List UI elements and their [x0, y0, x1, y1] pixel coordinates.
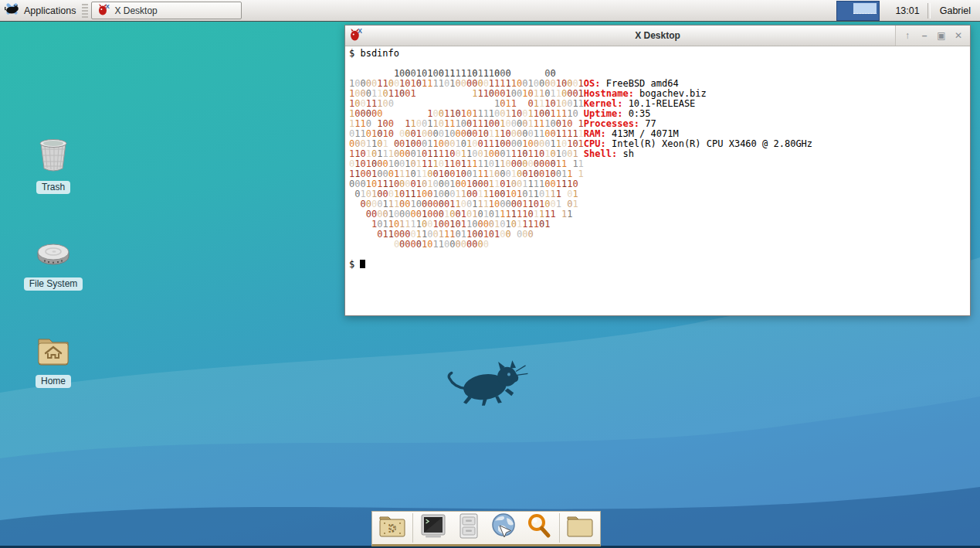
terminal-line: 00000101100000000 [349, 240, 966, 250]
sysinfo-value: bogachev.biz [634, 88, 707, 99]
sysinfo-label: OS: [584, 78, 601, 89]
sysinfo-value: 10.1-RELEASE [622, 98, 695, 109]
sysinfo-value: sh [617, 148, 634, 159]
desktop-icon-trash[interactable]: Trash [17, 135, 90, 194]
bsd-daemon-icon: X [97, 3, 110, 18]
search-launcher[interactable] [524, 512, 554, 543]
filesystem-drive-icon [33, 261, 73, 274]
desktop-icon-label: Home [36, 375, 71, 388]
dock-separator [559, 513, 560, 543]
desktop-folder-launcher[interactable]: D [377, 512, 408, 543]
desktop-icon-label: Trash [36, 181, 70, 194]
terminal-line: $ bsdinfo [349, 49, 966, 59]
terminal-cursor [360, 260, 365, 268]
window-titlebar[interactable]: X X Desktop ↑ – ▣ ✕ [345, 26, 970, 46]
terminal-window: X X Desktop ↑ – ▣ ✕ $ bsdinfo 1000101001… [344, 25, 971, 316]
file-cabinet-icon [456, 512, 482, 543]
sysinfo-label: Shell: [584, 148, 617, 159]
sysinfo-label: Processes: [584, 118, 639, 129]
desktop-icon-filesystem[interactable]: File System [17, 232, 90, 291]
terminal-line: $ [349, 260, 966, 270]
search-icon [525, 512, 553, 543]
sysinfo-label: Hostname: [584, 88, 634, 99]
desktop-icon-home[interactable]: Home [17, 329, 90, 388]
desktop-icon-label: File System [24, 277, 83, 291]
sysinfo-value: 0:35 [622, 108, 650, 119]
pager-window-preview [853, 3, 877, 14]
top-panel: Applications X X Desktop 13:01 Gabriel [0, 0, 980, 22]
workspace-pager[interactable] [836, 1, 880, 21]
sysinfo-value: FreeBSD amd64 [601, 78, 679, 89]
taskbar-window-button[interactable]: X X Desktop [91, 2, 242, 19]
web-browser-launcher[interactable] [488, 512, 519, 543]
sysinfo-label: RAM: [584, 128, 606, 139]
panel-tray: 13:01 Gabriel [836, 0, 980, 21]
desktop-folder-icon: D [378, 512, 407, 543]
dock-separator [412, 513, 413, 543]
terminal-launcher[interactable] [418, 512, 449, 543]
folder-launcher[interactable] [565, 512, 595, 543]
svg-text:X: X [106, 3, 110, 10]
terminal-line [349, 250, 966, 260]
folder-icon [565, 512, 595, 543]
sysinfo-value: 77 [639, 118, 656, 129]
trash-icon [33, 165, 73, 178]
applications-label: Applications [24, 5, 76, 16]
wallpaper-mouse-logo [446, 354, 535, 408]
sysinfo-label: Uptime: [584, 108, 623, 119]
bottom-dock: D [371, 511, 601, 546]
window-title: X Desktop [345, 30, 970, 41]
web-browser-icon [489, 512, 518, 544]
user-menu[interactable]: Gabriel [931, 5, 980, 16]
clock[interactable]: 13:01 [887, 5, 927, 16]
home-folder-icon [33, 359, 73, 372]
xfce-mouse-icon [5, 2, 19, 19]
svg-text:D: D [388, 522, 395, 534]
sysinfo-label: CPU: [584, 138, 606, 149]
terminal-icon [419, 513, 447, 543]
terminal-content[interactable]: $ bsdinfo 100010100111110111000 00 10000… [345, 46, 970, 272]
file-cabinet-launcher[interactable] [453, 512, 484, 543]
screen: Applications X X Desktop 13:01 Gabriel [0, 0, 980, 548]
sysinfo-value: 413M / 4071M [606, 128, 679, 139]
panel-handle[interactable] [82, 4, 88, 18]
sysinfo-value: Intel(R) Xeon(R) CPU X3460 @ 2.80GHz [606, 138, 812, 149]
task-button-label: X Desktop [114, 5, 157, 16]
sysinfo-label: Kernel: [584, 98, 623, 109]
applications-menu-button[interactable]: Applications [0, 0, 82, 21]
